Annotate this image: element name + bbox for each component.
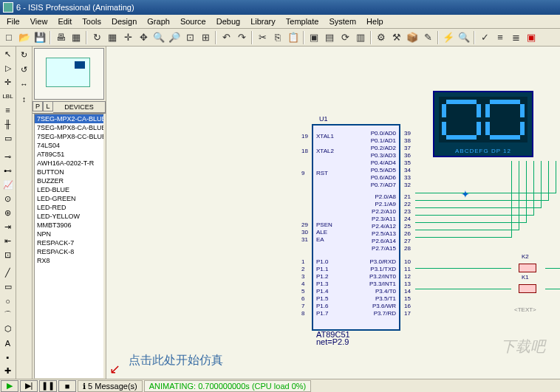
ares-icon[interactable]: ▣ — [524, 30, 539, 45]
device-item[interactable]: LED-BLUE — [35, 185, 103, 194]
tape-icon[interactable]: ⊙ — [1, 193, 15, 205]
device-item[interactable]: AWH16A-0202-T-R — [35, 159, 103, 168]
grid-icon[interactable]: ▦ — [105, 30, 120, 45]
chip-u1[interactable]: U1 19XTAL118XTAL29RST29PSEN30ALE31EA1P1.… — [312, 124, 400, 331]
undo-icon[interactable]: ↶ — [219, 30, 233, 45]
rotate-ccw-icon[interactable]: ↺ — [18, 63, 31, 76]
rotate-cw-icon[interactable]: ↻ — [18, 48, 31, 61]
probe-i-icon[interactable]: ⇤ — [1, 235, 15, 247]
block-delete-icon[interactable]: ▥ — [353, 30, 368, 45]
path-icon[interactable]: ⬡ — [1, 323, 15, 335]
symbol-icon[interactable]: ▪ — [1, 351, 15, 363]
text-icon[interactable]: ≡ — [1, 104, 15, 117]
box-icon[interactable]: ▭ — [1, 281, 15, 293]
generator-icon[interactable]: ⊛ — [1, 207, 15, 219]
device-item[interactable]: AT89C51 — [35, 150, 103, 159]
arc-icon[interactable]: ⌒ — [1, 309, 15, 321]
open-icon[interactable]: 📂 — [17, 30, 32, 45]
zoom-area-icon[interactable]: ⊞ — [198, 30, 213, 45]
device-item[interactable]: 7SEG-MPX8-CC-BLUE — [35, 132, 103, 141]
make-icon[interactable]: ⚒ — [389, 30, 404, 45]
package-icon[interactable]: 📦 — [405, 30, 420, 45]
menu-graph[interactable]: Graph — [142, 16, 175, 27]
seven-segment-display[interactable]: ABCDEFG DP 12 — [433, 91, 533, 157]
menu-design[interactable]: Design — [106, 16, 142, 27]
device-item[interactable]: 7SEG-MPX2-CA-BLUE — [35, 114, 103, 123]
paste-icon[interactable]: 📋 — [286, 30, 301, 45]
text2d-icon[interactable]: A — [1, 337, 15, 349]
print-icon[interactable]: 🖶 — [53, 30, 68, 45]
messages-cell[interactable]: ℹ 5 Message(s) — [78, 380, 143, 392]
menu-debug[interactable]: Debug — [211, 16, 245, 27]
cut-icon[interactable]: ✂ — [255, 30, 270, 45]
redo-icon[interactable]: ↷ — [234, 30, 249, 45]
zoom-out-icon[interactable]: 🔎 — [167, 30, 182, 45]
device-item[interactable]: LED-RED — [35, 203, 103, 212]
instrument-icon[interactable]: ⊡ — [1, 249, 15, 261]
device-item[interactable]: RESPACK-7 — [35, 238, 103, 247]
menu-edit[interactable]: Edit — [52, 16, 77, 27]
bus-icon[interactable]: ╫ — [1, 118, 15, 131]
preview-pane[interactable] — [34, 48, 104, 100]
menu-template[interactable]: Template — [281, 16, 324, 27]
block-move-icon[interactable]: ▤ — [322, 30, 337, 45]
pan-icon[interactable]: ✥ — [136, 30, 151, 45]
junction-icon[interactable]: ✛ — [1, 76, 15, 89]
probe-v-icon[interactable]: ⇥ — [1, 221, 15, 233]
netlist-icon[interactable]: ≡ — [493, 30, 508, 45]
block-copy-icon[interactable]: ▣ — [307, 30, 321, 45]
bom-icon[interactable]: ≣ — [508, 30, 523, 45]
switch-k1[interactable]: K1 — [513, 281, 542, 296]
play-button[interactable]: ▶ — [1, 380, 18, 392]
zoom-all-icon[interactable]: ⊡ — [182, 30, 197, 45]
menu-source[interactable]: Source — [175, 16, 211, 27]
component-icon[interactable]: ▷ — [1, 62, 15, 75]
subcircuit-icon[interactable]: ▭ — [1, 132, 15, 145]
pick-device-button[interactable]: P — [33, 101, 43, 111]
device-item[interactable]: BUZZER — [35, 176, 103, 185]
device-item[interactable]: 74LS04 — [35, 141, 103, 150]
schematic-canvas[interactable]: U1 19XTAL118XTAL29RST29PSEN30ALE31EA1P1.… — [106, 47, 560, 379]
search-icon[interactable]: 🔍 — [457, 30, 471, 45]
menu-tools[interactable]: Tools — [77, 16, 106, 27]
marker-icon[interactable]: ✚ — [1, 365, 15, 377]
device-item[interactable]: RESPACK-8 — [35, 247, 103, 256]
graph-icon[interactable]: 📈 — [1, 179, 15, 191]
erc-icon[interactable]: ✓ — [477, 30, 492, 45]
menu-system[interactable]: System — [324, 16, 361, 27]
pick-icon[interactable]: ⚙ — [374, 30, 389, 45]
device-item[interactable]: LED-YELLOW — [35, 212, 103, 221]
selection-icon[interactable]: ↖ — [1, 48, 15, 61]
menu-help[interactable]: Help — [361, 16, 389, 27]
origin-icon[interactable]: ✛ — [120, 30, 135, 45]
label-icon[interactable]: LBL — [1, 90, 15, 103]
zoom-in-icon[interactable]: 🔍 — [151, 30, 166, 45]
device-list[interactable]: 7SEG-MPX2-CA-BLUE7SEG-MPX8-CA-BLUE7SEG-M… — [34, 114, 104, 379]
device-item[interactable]: RX8 — [35, 256, 103, 265]
area-icon[interactable]: ▦ — [69, 30, 83, 45]
terminal-icon[interactable]: ⊸ — [1, 151, 15, 163]
device-item[interactable]: LED-GREEN — [35, 194, 103, 203]
menu-view[interactable]: View — [25, 16, 53, 27]
flip-v-icon[interactable]: ↕ — [18, 92, 31, 106]
device-item[interactable]: MMBT3906 — [35, 221, 103, 230]
pause-button[interactable]: ❚❚ — [39, 380, 57, 392]
line-icon[interactable]: ╱ — [1, 267, 15, 279]
pin-icon[interactable]: ⊷ — [1, 165, 15, 177]
save-icon[interactable]: 💾 — [33, 30, 47, 45]
copy-icon[interactable]: ⎘ — [270, 30, 285, 45]
switch-k2[interactable]: K2 — [513, 261, 542, 275]
decompose-icon[interactable]: ✎ — [420, 30, 435, 45]
step-button[interactable]: ▶| — [20, 380, 38, 392]
block-rotate-icon[interactable]: ⟳ — [338, 30, 352, 45]
device-item[interactable]: NPN — [35, 230, 103, 238]
library-button[interactable]: L — [43, 101, 53, 111]
menu-file[interactable]: File — [1, 16, 25, 27]
new-icon[interactable]: □ — [1, 30, 16, 45]
device-item[interactable]: BUTTON — [35, 168, 103, 176]
stop-button[interactable]: ■ — [58, 380, 76, 392]
device-item[interactable]: 7SEG-MPX8-CA-BLUE — [35, 123, 103, 132]
wire-auto-icon[interactable]: ⚡ — [441, 30, 456, 45]
refresh-icon[interactable]: ↻ — [89, 30, 104, 45]
menu-library[interactable]: Library — [245, 16, 281, 27]
